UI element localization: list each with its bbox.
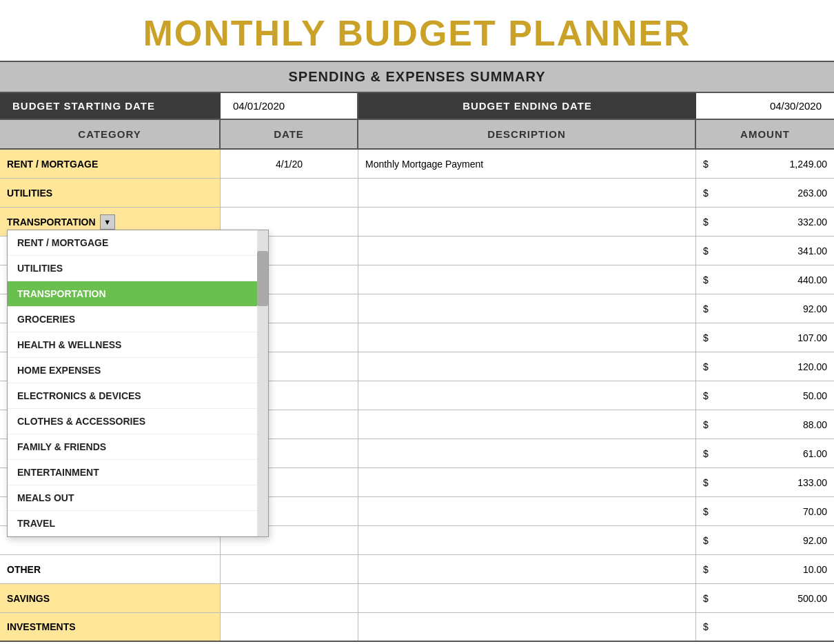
- category-label: UTILITIES: [7, 188, 52, 199]
- amount-number: 61.00: [714, 448, 827, 459]
- amount-number: 70.00: [714, 506, 827, 517]
- cell-amount: $ 70.00: [696, 497, 834, 525]
- amount-number: 263.00: [714, 188, 827, 199]
- cell-description: [358, 468, 696, 496]
- cell-amount: $: [696, 613, 834, 641]
- dropdown-item[interactable]: TRANSPORTATION: [8, 281, 268, 307]
- cell-description: [358, 439, 696, 467]
- cell-category: RENT / MORTGAGE: [0, 150, 221, 178]
- dropdown-item[interactable]: HEALTH & WELLNESS: [8, 332, 268, 358]
- amount-number: 500.00: [714, 593, 827, 604]
- budget-start-value: 04/01/2020: [221, 93, 358, 119]
- dropdown-item[interactable]: FAMILY & FRIENDS: [8, 434, 268, 460]
- amount-dollar: $: [703, 419, 709, 430]
- cell-amount: $ 341.00: [696, 237, 834, 265]
- cell-description: [358, 179, 696, 207]
- dropdown-item[interactable]: HOME EXPENSES: [8, 358, 268, 383]
- cell-amount: $ 1,249.00: [696, 150, 834, 178]
- subtitle-bar: SPENDING & EXPENSES SUMMARY: [0, 61, 834, 93]
- cell-amount: $ 332.00: [696, 208, 834, 236]
- cell-description: [358, 613, 696, 641]
- amount-dollar: $: [703, 506, 709, 517]
- cell-amount: $ 50.00: [696, 381, 834, 410]
- scrollbar[interactable]: [257, 230, 268, 536]
- cell-amount: $ 61.00: [696, 439, 834, 467]
- cell-description: [358, 294, 696, 323]
- amount-dollar: $: [703, 361, 709, 372]
- dropdown-item[interactable]: ENTERTAINMENT: [8, 460, 268, 485]
- cell-amount: $ 500.00: [696, 584, 834, 612]
- amount-number: 10.00: [714, 564, 827, 575]
- cell-amount: $ 107.00: [696, 323, 834, 352]
- dropdown-item[interactable]: RENT / MORTGAGE: [8, 230, 268, 256]
- table-row: SAVINGS $ 500.00: [0, 584, 834, 613]
- amount-dollar: $: [703, 245, 709, 256]
- col-header-date: DATE: [221, 120, 358, 148]
- cell-date: [221, 584, 358, 612]
- amount-number: 440.00: [714, 274, 827, 285]
- amount-dollar: $: [703, 303, 709, 314]
- dropdown-menu: RENT / MORTGAGEUTILITIESTRANSPORTATIONGR…: [7, 230, 269, 537]
- dropdown-item[interactable]: CLOTHES & ACCESSORIES: [8, 409, 268, 434]
- page-title: MONTHLY BUDGET PLANNER: [0, 0, 834, 61]
- cell-amount: $ 133.00: [696, 468, 834, 496]
- amount-number: 107.00: [714, 332, 827, 343]
- cell-category: TRANSPORTATION ▼ RENT / MORTGAGEUTILITIE…: [0, 208, 221, 236]
- cell-amount: $ 440.00: [696, 265, 834, 294]
- table-row: OTHER $ 10.00: [0, 555, 834, 584]
- col-header-description: DESCRIPTION: [358, 120, 696, 148]
- amount-number: 50.00: [714, 390, 827, 401]
- table-row: UTILITIES $ 263.00: [0, 179, 834, 208]
- description-value: Monthly Mortgage Payment: [365, 159, 483, 170]
- cell-amount: $ 92.00: [696, 526, 834, 554]
- category-label: RENT / MORTGAGE: [7, 159, 98, 170]
- amount-dollar: $: [703, 159, 709, 170]
- amount-dollar: $: [703, 332, 709, 343]
- cell-amount: $ 10.00: [696, 555, 834, 583]
- cell-date: 4/1/20: [221, 150, 358, 178]
- amount-number: 1,249.00: [714, 159, 827, 170]
- dropdown-item[interactable]: GROCERIES: [8, 307, 268, 332]
- cell-description: [358, 265, 696, 294]
- table-row: RENT / MORTGAGE 4/1/20 Monthly Mortgage …: [0, 150, 834, 179]
- cell-description: [358, 584, 696, 612]
- budget-end-value: 04/30/2020: [696, 93, 834, 119]
- amount-dollar: $: [703, 188, 709, 199]
- cell-amount: $ 92.00: [696, 294, 834, 323]
- col-header-amount: AMOUNT: [696, 120, 834, 148]
- amount-dollar: $: [703, 564, 709, 575]
- cell-amount: $ 263.00: [696, 179, 834, 207]
- dropdown-item[interactable]: TRAVEL: [8, 511, 268, 536]
- table-body: RENT / MORTGAGE 4/1/20 Monthly Mortgage …: [0, 150, 834, 642]
- cell-description: [358, 352, 696, 381]
- dropdown-toggle[interactable]: ▼: [100, 214, 115, 230]
- dropdown-item[interactable]: MEALS OUT: [8, 485, 268, 511]
- dropdown-inner: RENT / MORTGAGEUTILITIESTRANSPORTATIONGR…: [8, 230, 268, 536]
- col-header-category: CATEGORY: [0, 120, 221, 148]
- scroll-thumb[interactable]: [257, 251, 268, 306]
- budget-end-label: BUDGET ENDING DATE: [358, 93, 696, 119]
- cell-description: [358, 381, 696, 410]
- amount-dollar: $: [703, 593, 709, 604]
- dropdown-item[interactable]: ELECTRONICS & DEVICES: [8, 383, 268, 409]
- cell-date: [221, 179, 358, 207]
- cell-description: [358, 555, 696, 583]
- category-label: OTHER: [7, 564, 41, 575]
- dropdown-item[interactable]: UTILITIES: [8, 256, 268, 281]
- amount-dollar: $: [703, 535, 709, 546]
- table-row: TRANSPORTATION ▼ RENT / MORTGAGEUTILITIE…: [0, 208, 834, 237]
- amount-number: 120.00: [714, 361, 827, 372]
- cell-date: [221, 555, 358, 583]
- amount-dollar: $: [703, 274, 709, 285]
- amount-dollar: $: [703, 448, 709, 459]
- amount-number: 332.00: [714, 217, 827, 228]
- category-label: TRANSPORTATION: [7, 217, 96, 228]
- amount-dollar: $: [703, 477, 709, 488]
- cell-amount: $ 88.00: [696, 410, 834, 439]
- cell-category: INVESTMENTS: [0, 613, 221, 641]
- date-value: 4/1/20: [276, 159, 303, 170]
- cell-category: SAVINGS: [0, 584, 221, 612]
- amount-number: 92.00: [714, 535, 827, 546]
- cell-amount: $ 120.00: [696, 352, 834, 381]
- budget-start-label: BUDGET STARTING DATE: [0, 93, 221, 119]
